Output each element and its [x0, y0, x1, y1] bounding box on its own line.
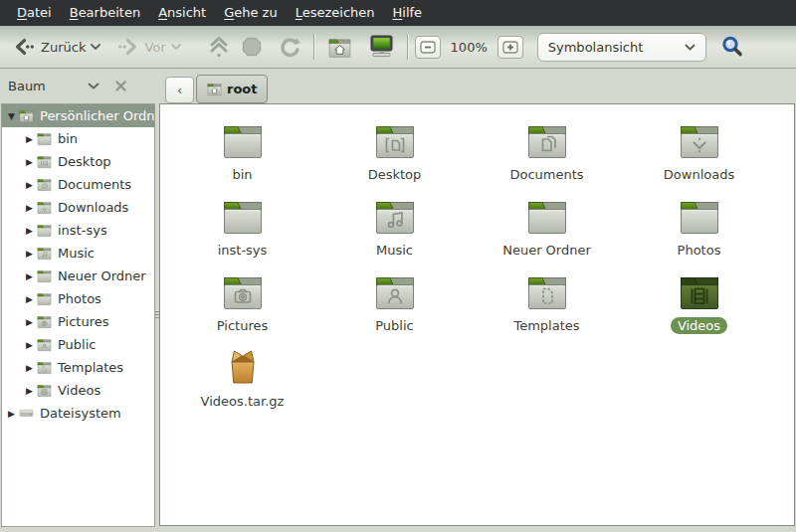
- reload-button[interactable]: [274, 33, 306, 62]
- forward-label: Vor: [144, 40, 165, 55]
- file-item[interactable]: Photos: [623, 192, 775, 267]
- zoom-out-button[interactable]: [415, 36, 441, 59]
- menu-item[interactable]: Hilfe: [384, 0, 432, 26]
- file-label: Neuer Ordner: [496, 242, 598, 259]
- sidebar-tree-item[interactable]: ▶ bin: [2, 127, 154, 150]
- folder-icon: [36, 222, 53, 239]
- stop-button[interactable]: [236, 33, 268, 61]
- file-icon: [523, 116, 571, 164]
- up-arrow-icon: [207, 35, 231, 59]
- reload-icon: [279, 36, 301, 59]
- folder-icon: [18, 405, 35, 422]
- home-folder-icon: [326, 34, 353, 61]
- folder-icon: [36, 199, 53, 216]
- back-dropdown-icon[interactable]: [91, 44, 100, 50]
- icon-view[interactable]: bin Desktop Documents Downloads inst-sys…: [159, 103, 795, 526]
- file-label: bin: [225, 166, 259, 183]
- zoom-level: 100%: [451, 40, 488, 55]
- file-icon: [371, 267, 419, 315]
- tree-item-label: Music: [58, 246, 95, 261]
- toolbar-separator: [407, 34, 408, 60]
- expander-icon[interactable]: ▶: [5, 409, 18, 419]
- menu-item[interactable]: Ansicht: [149, 0, 215, 26]
- file-label: Documents: [502, 166, 590, 183]
- tab-root[interactable]: root: [196, 75, 268, 103]
- forward-dropdown-icon: [171, 44, 181, 50]
- sidebar-tree-item[interactable]: ▶ Downloads: [2, 196, 154, 219]
- sidebar-tree-item[interactable]: ▶ Desktop: [2, 150, 154, 173]
- menu-item[interactable]: Bearbeiten: [61, 0, 149, 26]
- chevron-left-icon: ‹: [177, 83, 182, 97]
- folder-icon: [36, 245, 53, 262]
- view-mode-select[interactable]: Symbolansicht: [537, 33, 706, 62]
- tree-item-label: inst-sys: [58, 223, 107, 238]
- sidebar-tree-item[interactable]: ▼ Persönlicher Ordner: [2, 104, 154, 127]
- expander-icon[interactable]: ▶: [23, 226, 36, 236]
- file-item[interactable]: Public: [318, 267, 471, 343]
- file-icon: [676, 192, 723, 240]
- file-item[interactable]: Documents: [471, 116, 623, 192]
- folder-icon: [36, 336, 53, 353]
- zoom-in-button[interactable]: [498, 36, 523, 59]
- sidebar-tree-item[interactable]: ▶ Documents: [2, 173, 154, 196]
- file-item[interactable]: Desktop: [318, 116, 471, 192]
- folder-icon: [36, 359, 53, 376]
- file-item[interactable]: Neuer Ordner: [471, 192, 623, 267]
- file-item[interactable]: inst-sys: [166, 192, 318, 267]
- sidebar-tree-item[interactable]: ▶ Neuer Ordner: [2, 265, 154, 287]
- expander-icon[interactable]: ▶: [23, 180, 36, 190]
- expander-icon[interactable]: ▶: [23, 157, 36, 167]
- expander-icon[interactable]: ▶: [23, 386, 36, 396]
- menu-item[interactable]: Lesezeichen: [287, 0, 384, 26]
- up-button[interactable]: [202, 32, 236, 62]
- expander-icon[interactable]: ▶: [23, 249, 36, 259]
- sidebar-tree-item[interactable]: ▶ Dateisystem: [2, 402, 154, 425]
- menu-item[interactable]: Gehe zu: [215, 0, 287, 26]
- tree-item-label: Photos: [58, 291, 101, 306]
- tab-scroll-left-button[interactable]: ‹: [165, 77, 194, 103]
- sidebar-tree-item[interactable]: ▶ Videos: [2, 379, 154, 402]
- file-label: Downloads: [657, 166, 741, 183]
- folder-icon: [36, 130, 53, 147]
- sidebar-tree-item[interactable]: ▶ Public: [2, 333, 154, 356]
- file-item[interactable]: Videos.tar.gz: [166, 343, 318, 419]
- file-item[interactable]: bin: [166, 116, 318, 192]
- file-item[interactable]: Templates: [471, 267, 623, 343]
- expander-icon[interactable]: ▶: [23, 363, 36, 373]
- forward-button[interactable]: Vor: [111, 33, 185, 61]
- file-item[interactable]: Pictures: [166, 267, 318, 343]
- file-label: Templates: [506, 317, 586, 334]
- tree-item-label: Downloads: [58, 200, 128, 215]
- computer-button[interactable]: [362, 31, 400, 63]
- back-button[interactable]: Zurück: [8, 33, 105, 61]
- sidebar-close-icon[interactable]: [115, 81, 126, 91]
- file-manager-window: DateiBearbeitenAnsichtGehe zuLesezeichen…: [0, 0, 796, 532]
- home-button[interactable]: [321, 31, 358, 64]
- sidebar-tree-item[interactable]: ▶ Pictures: [2, 310, 154, 333]
- file-item[interactable]: Music: [318, 192, 471, 267]
- search-button[interactable]: [720, 35, 744, 59]
- expander-icon[interactable]: ▶: [23, 134, 36, 144]
- sidebar-mode-label[interactable]: Baum: [8, 79, 46, 93]
- sidebar-tree-item[interactable]: ▶ Photos: [2, 287, 154, 310]
- chevron-down-icon: [685, 44, 696, 51]
- expander-icon[interactable]: ▶: [23, 271, 36, 281]
- expander-icon[interactable]: ▶: [23, 340, 36, 350]
- tab-label: root: [227, 82, 258, 96]
- back-label: Zurück: [41, 40, 86, 55]
- sidebar-tree-item[interactable]: ▶ inst-sys: [2, 219, 154, 242]
- file-icon: [219, 267, 267, 315]
- menu-item[interactable]: Datei: [8, 0, 61, 26]
- file-icon: [676, 267, 723, 315]
- sidebar-tree-item[interactable]: ▶ Templates: [2, 356, 154, 379]
- file-item[interactable]: Videos: [623, 267, 775, 343]
- file-label: Photos: [671, 242, 728, 259]
- expander-icon[interactable]: ▶: [23, 294, 36, 304]
- expander-icon[interactable]: ▶: [23, 317, 36, 327]
- file-item[interactable]: Downloads: [623, 116, 775, 192]
- expander-icon[interactable]: ▼: [5, 111, 18, 121]
- folder-icon: [36, 313, 53, 330]
- expander-icon[interactable]: ▶: [23, 203, 36, 213]
- sidebar-tree-item[interactable]: ▶ Music: [2, 242, 154, 265]
- sidebar-mode-dropdown-icon[interactable]: [88, 83, 100, 89]
